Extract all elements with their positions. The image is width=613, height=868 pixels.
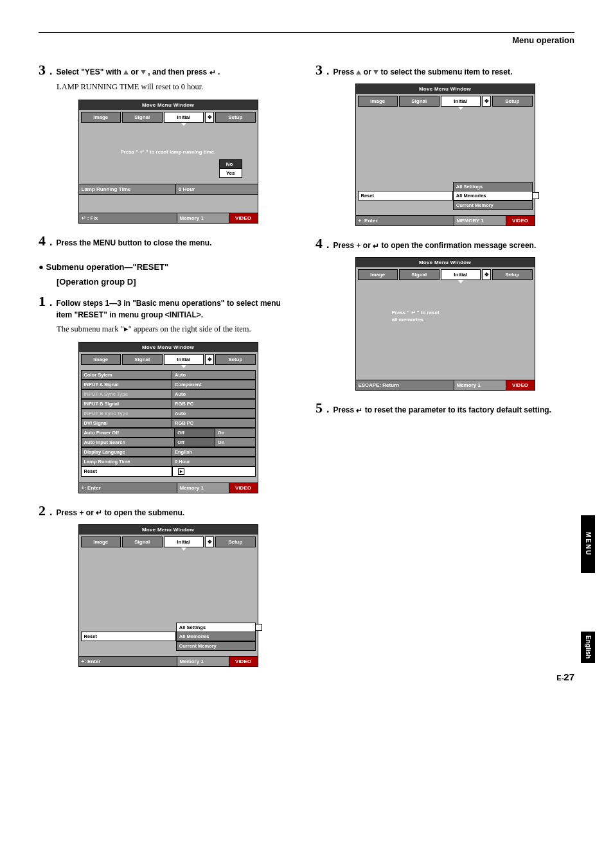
option-current-memory[interactable]: Current Memory [453, 200, 533, 210]
step-dot: . [49, 297, 52, 308]
tab-image[interactable]: Image [81, 536, 121, 547]
list-row[interactable]: INPUT A SignalComponent [81, 380, 256, 389]
down-triangle-icon [141, 70, 146, 75]
row-value: ▸ [172, 467, 255, 476]
text-part: Press [333, 405, 356, 414]
tab-signal[interactable]: Signal [122, 354, 163, 365]
list-row[interactable]: Lamp Running Time0 Hour [81, 457, 256, 466]
reset-left-col [81, 641, 176, 650]
reset-left-col [358, 200, 453, 209]
reset-right-col: Current Memory [176, 641, 256, 650]
content-columns: 3. Select "YES" with or , and then press… [39, 57, 574, 676]
left-column: 3. Select "YES" with or , and then press… [39, 57, 298, 676]
tab-initial[interactable]: Initial [441, 269, 481, 280]
menu-footer: ↵ : Fix Memory 1 VIDEO [79, 213, 258, 223]
lamp-time-label: Lamp Running Time [79, 184, 176, 194]
tab-setup[interactable]: Setup [215, 112, 256, 123]
tab-setup[interactable]: Setup [215, 354, 256, 365]
tab-initial[interactable]: Initial [441, 96, 481, 107]
list-row[interactable]: INPUT B SignalRGB PC [81, 399, 256, 409]
list-row[interactable]: Auto Power OffOffOn [81, 428, 256, 438]
lamp-time-value: 0 Hour [176, 184, 258, 194]
row-label: Color Sytem [82, 371, 173, 379]
option-all-settings[interactable]: All Settings [453, 182, 533, 191]
step-text: Press + or ↵ to open the confirmation me… [333, 240, 536, 252]
tab-setup[interactable]: Setup [492, 269, 533, 280]
step-number: 3 [39, 62, 46, 78]
footer-hint: +: Enter [79, 657, 177, 666]
footer-hint: ESCAPE: Return [356, 380, 454, 390]
move-handle-icon[interactable]: ✥ [205, 354, 214, 365]
list-row[interactable]: INPUT A Sync TypeAuto [81, 389, 256, 399]
menu-footer: +: Enter Memory 1 VIDEO [79, 656, 258, 666]
tab-signal[interactable]: Signal [122, 536, 163, 547]
tab-image[interactable]: Image [358, 96, 398, 107]
list-row[interactable]: Auto Input SearchOffOn [81, 438, 256, 447]
option-yes[interactable]: Yes [220, 168, 242, 177]
footer-hint: ↵ : Fix [79, 213, 177, 223]
row-label: Reset [82, 467, 172, 476]
text-part: or [364, 67, 373, 76]
footer-video: VIDEO [506, 216, 535, 226]
move-handle-icon[interactable]: ✥ [205, 112, 214, 123]
tab-setup[interactable]: Setup [215, 536, 256, 547]
tab-initial[interactable]: Initial [164, 112, 204, 123]
row-label: Auto Power Off [82, 429, 175, 437]
tab-signal[interactable]: Signal [122, 112, 163, 123]
msg-part: " to reset lamp running time. [145, 149, 216, 155]
step-dot: . [49, 506, 52, 518]
page-number: E-27 [556, 671, 574, 682]
tab-initial[interactable]: Initial [164, 536, 204, 547]
reset-right-col: All Memories [453, 191, 533, 200]
option-all-settings[interactable]: All Settings [176, 623, 256, 632]
step-number: 4 [39, 233, 46, 249]
page-num-value: 27 [564, 671, 574, 682]
confirm-message: Press " ↵ " to reset all memories. [360, 287, 531, 323]
list-row[interactable]: Display LanguageEnglish [81, 447, 256, 457]
move-handle-icon[interactable]: ✥ [482, 269, 491, 280]
tab-image[interactable]: Image [358, 269, 398, 280]
reset-left-col: Reset [81, 632, 176, 641]
tab-setup[interactable]: Setup [492, 96, 533, 107]
reset-right-col: All Memories [176, 632, 256, 641]
list-row[interactable]: Color SytemAuto [81, 370, 256, 380]
header-section-title: Menu operation [39, 35, 574, 45]
option-all-memories[interactable]: All Memories [453, 191, 533, 200]
menu-title: Move Menu Window [356, 84, 535, 94]
menu-footer: ESCAPE: Return Memory 1 VIDEO [356, 380, 535, 390]
left-step1: 1. Follow steps 1—3 in "Basic menu opera… [39, 293, 298, 321]
option-no[interactable]: No [220, 160, 242, 168]
move-handle-icon[interactable]: ✥ [482, 96, 491, 107]
row-label: INPUT A Sync Type [82, 390, 173, 398]
side-tab-menu: MENU [581, 515, 595, 573]
menu-window-reset-confirm: Move Menu Window Image Signal Initial ✥ … [355, 257, 535, 391]
tab-row: Image Signal Initial ✥ Setup [79, 110, 258, 123]
left-step4: 4. Press the MENU button to close the me… [39, 233, 298, 249]
lamp-time-row: Lamp Running Time 0 Hour [79, 184, 258, 195]
reset-right-col: All Settings [176, 623, 256, 632]
list-row[interactable]: DVI SignalRGB PC [81, 418, 256, 428]
menu-window-reset-submenu: Move Menu Window Image Signal Initial ✥ … [78, 524, 258, 667]
text-part: to select the submenu item to reset. [381, 67, 513, 76]
option-all-memories[interactable]: All Memories [176, 632, 256, 641]
step-text: Follow steps 1—3 in "Basic menu operatio… [56, 297, 298, 321]
footer-memory: Memory 1 [177, 213, 229, 223]
menu-title: Move Menu Window [356, 258, 535, 267]
list-row-reset[interactable]: Reset ▸ [81, 466, 256, 477]
row-value: English [172, 448, 254, 456]
move-handle-icon[interactable]: ✥ [205, 536, 214, 547]
tab-image[interactable]: Image [81, 354, 121, 365]
step-subtext: The submenu mark "▸" appears on the righ… [57, 323, 298, 335]
row-value: Auto [172, 409, 254, 418]
reset-left-col: Reset [358, 191, 453, 200]
submenu-indicator-icon: ▸ [178, 468, 184, 475]
row-value: RGB PC [172, 419, 254, 427]
list-row[interactable]: INPUT B Sync TypeAuto [81, 409, 256, 418]
tab-initial[interactable]: Initial [164, 354, 204, 365]
tab-signal[interactable]: Signal [399, 269, 440, 280]
footer-hint: +: Enter [79, 483, 177, 493]
option-current-memory[interactable]: Current Memory [176, 641, 256, 651]
tab-image[interactable]: Image [81, 112, 121, 123]
tab-signal[interactable]: Signal [399, 96, 440, 107]
reset-options-row: Current Memory [358, 200, 533, 209]
